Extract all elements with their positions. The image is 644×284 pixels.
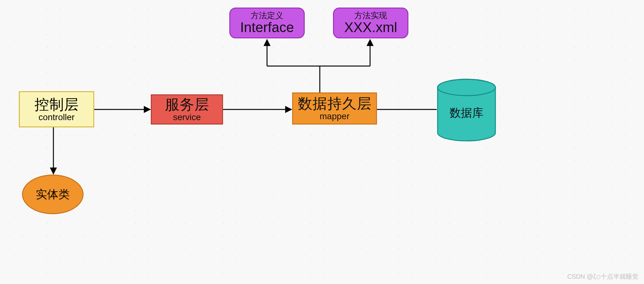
node-entity: 实体类 [22, 175, 84, 214]
xml-large: XXX.xml [344, 20, 397, 35]
node-database: 数据库 [437, 79, 496, 142]
interface-small: 方法定义 [251, 11, 283, 20]
database-label: 数据库 [437, 105, 496, 121]
service-title: 服务层 [165, 97, 209, 112]
connectors [0, 0, 644, 284]
mapper-title: 数据持久层 [298, 96, 372, 111]
node-service: 服务层 service [151, 94, 223, 125]
node-interface: 方法定义 Interface [229, 8, 305, 38]
mapper-sub: mapper [320, 112, 350, 121]
xml-small: 方法实现 [354, 11, 387, 20]
watermark: CSDN @ζ◇十点半就睡觉 [567, 272, 638, 281]
interface-large: Interface [240, 20, 294, 35]
node-mapper: 数据持久层 mapper [292, 92, 377, 125]
entity-label: 实体类 [36, 187, 70, 202]
node-xml: 方法实现 XXX.xml [333, 8, 408, 38]
service-sub: service [173, 113, 201, 122]
node-controller: 控制层 controller [19, 91, 94, 127]
controller-title: 控制层 [35, 97, 79, 112]
controller-sub: controller [38, 113, 74, 122]
